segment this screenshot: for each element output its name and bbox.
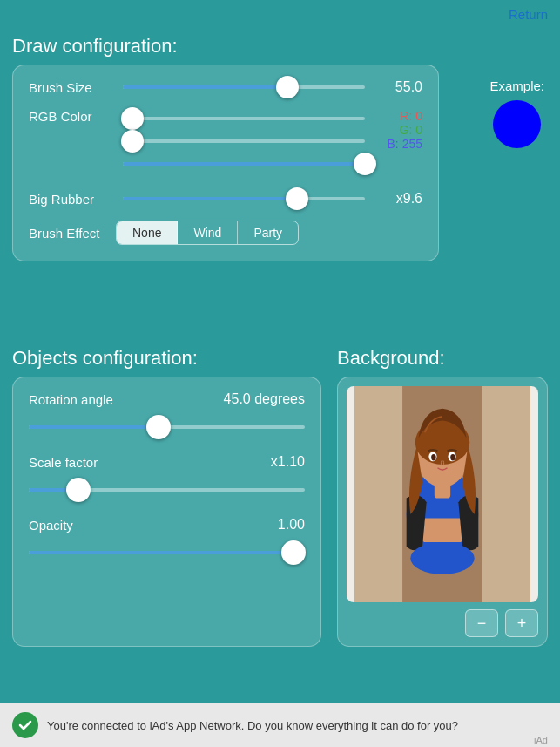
- scale-factor-row: Scale factor x1.10: [29, 454, 305, 501]
- svg-rect-3: [422, 519, 462, 543]
- rotation-track: [29, 425, 305, 429]
- rgb-sliders: [123, 109, 365, 177]
- opacity-row: Opacity 1.00: [29, 517, 305, 564]
- big-rubber-label: Big Rubber: [29, 192, 116, 207]
- b-slider[interactable]: [123, 154, 365, 173]
- b-thumb[interactable]: [354, 153, 376, 175]
- scale-header: Scale factor x1.10: [29, 454, 305, 470]
- iad-label: iAd: [534, 735, 548, 747]
- background-panel: − +: [337, 377, 548, 647]
- big-rubber-value: x9.6: [372, 191, 422, 207]
- r-slider[interactable]: [123, 109, 365, 128]
- svg-point-4: [410, 542, 474, 574]
- svg-point-10: [431, 454, 436, 460]
- objects-config-section: Objects configuration: Rotation angle 45…: [12, 347, 321, 647]
- big-rubber-track: [123, 197, 365, 200]
- background-image-area: [347, 386, 538, 602]
- brush-size-track: [123, 85, 365, 89]
- scale-label: Scale factor: [29, 455, 98, 470]
- r-track: [123, 117, 365, 120]
- background-section: Background:: [337, 347, 548, 647]
- brush-size-fill: [123, 85, 287, 89]
- opacity-label: Opacity: [29, 518, 73, 533]
- rotation-thumb[interactable]: [146, 415, 171, 439]
- example-label: Example:: [489, 78, 544, 93]
- example-section: Example:: [489, 78, 544, 148]
- opacity-value: 1.00: [278, 517, 305, 533]
- draw-config-panel: Brush Size 55.0 RGB Color: [12, 65, 439, 261]
- effect-party-button[interactable]: Party: [238, 221, 298, 244]
- big-rubber-row: Big Rubber x9.6: [29, 189, 422, 208]
- effect-none-button[interactable]: None: [117, 221, 178, 244]
- draw-config-title: Draw configuration:: [12, 35, 439, 58]
- big-rubber-thumb[interactable]: [286, 187, 308, 210]
- ad-bar: You're connected to iAd's App Network. D…: [0, 703, 560, 747]
- scale-slider[interactable]: [29, 479, 305, 501]
- opacity-track: [29, 551, 305, 554]
- scale-track: [29, 488, 305, 492]
- draw-config-section: Draw configuration: Brush Size 55.0 RGB …: [12, 35, 439, 261]
- rotation-angle-row: Rotation angle 45.0 degrees: [29, 391, 305, 438]
- g-slider[interactable]: [123, 132, 365, 151]
- brush-effect-row: Brush Effect None Wind Party: [29, 221, 422, 245]
- rotation-slider[interactable]: [29, 416, 305, 438]
- character-image: [347, 386, 538, 602]
- rgb-values: R: 0 G: 0 B: 255: [372, 109, 422, 151]
- rotation-label: Rotation angle: [29, 392, 113, 407]
- return-button[interactable]: Return: [509, 7, 548, 22]
- brush-size-slider[interactable]: [123, 78, 365, 97]
- opacity-header: Opacity 1.00: [29, 517, 305, 533]
- background-plus-button[interactable]: +: [505, 609, 538, 637]
- scale-value: x1.10: [271, 454, 305, 470]
- big-rubber-slider[interactable]: [123, 189, 365, 208]
- rgb-color-row: RGB Color: [29, 109, 422, 177]
- checkmark-icon: [12, 712, 38, 738]
- brush-size-row: Brush Size 55.0: [29, 78, 422, 97]
- background-title: Background:: [337, 347, 548, 370]
- b-track: [123, 162, 365, 166]
- svg-point-11: [450, 454, 455, 460]
- rotation-header: Rotation angle 45.0 degrees: [29, 391, 305, 407]
- rotation-value: 45.0 degrees: [224, 391, 305, 407]
- big-rubber-fill: [123, 197, 297, 200]
- r-value: R: 0: [372, 109, 422, 123]
- ad-text: You're connected to iAd's App Network. D…: [47, 719, 525, 732]
- brush-effect-buttons: None Wind Party: [116, 221, 299, 245]
- r-thumb[interactable]: [121, 107, 144, 130]
- example-circle: [493, 100, 541, 148]
- g-value: G: 0: [372, 123, 422, 137]
- opacity-thumb[interactable]: [281, 540, 306, 565]
- effect-wind-button[interactable]: Wind: [178, 221, 238, 244]
- opacity-slider[interactable]: [29, 541, 305, 564]
- brush-size-label: Brush Size: [29, 80, 116, 95]
- objects-config-title: Objects configuration:: [12, 347, 321, 370]
- objects-config-panel: Rotation angle 45.0 degrees Scale factor…: [12, 377, 321, 647]
- rgb-color-label: RGB Color: [29, 109, 116, 124]
- scale-thumb[interactable]: [66, 478, 91, 502]
- background-minus-button[interactable]: −: [465, 609, 498, 637]
- background-controls: − +: [347, 609, 538, 637]
- b-value: B: 255: [372, 137, 422, 151]
- brush-size-value: 55.0: [372, 79, 422, 95]
- brush-size-thumb[interactable]: [276, 76, 299, 98]
- brush-effect-label: Brush Effect: [29, 226, 116, 241]
- g-thumb[interactable]: [121, 130, 144, 153]
- g-track: [123, 139, 365, 143]
